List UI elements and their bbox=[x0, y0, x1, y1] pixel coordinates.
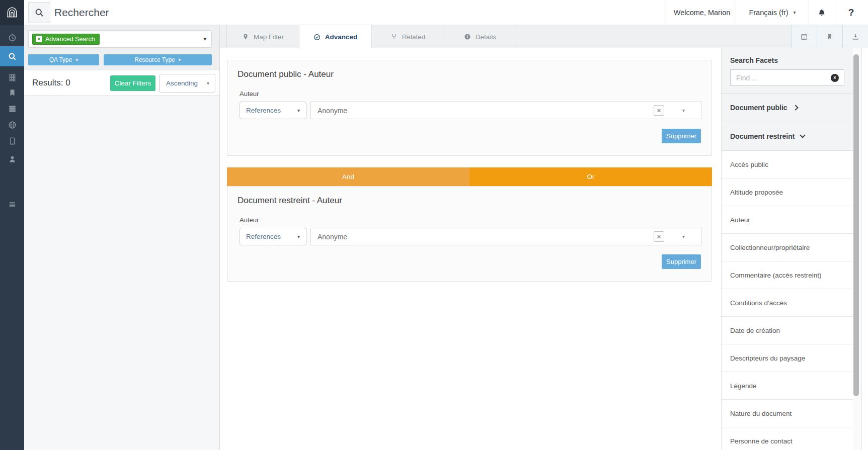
calendar-button[interactable] bbox=[791, 25, 817, 48]
globe-icon[interactable] bbox=[0, 118, 24, 132]
type-filter-row: QA Type ▾ Resource Type ▾ bbox=[28, 54, 212, 65]
stack-icon[interactable] bbox=[0, 102, 24, 116]
bookmark-button[interactable] bbox=[817, 25, 842, 48]
facet-group-document-restreint[interactable]: Document restreint bbox=[722, 122, 853, 151]
resource-type-button[interactable]: Resource Type ▾ bbox=[104, 54, 212, 65]
language-selector[interactable]: Français (fr) ▾ bbox=[736, 0, 809, 25]
download-icon bbox=[851, 33, 859, 41]
search-facets-panel: Search Facets × Document public Document… bbox=[721, 48, 853, 450]
global-search-input[interactable] bbox=[54, 7, 668, 19]
facet-item[interactable]: Légende bbox=[722, 372, 853, 400]
facets-scrollbar-track bbox=[853, 48, 861, 450]
clear-value-icon[interactable]: × bbox=[654, 105, 664, 116]
check-circle-icon bbox=[313, 34, 321, 41]
help-button[interactable]: ? bbox=[834, 0, 868, 25]
and-toggle[interactable]: And bbox=[227, 167, 469, 186]
tab-map-filter[interactable]: Map Filter bbox=[226, 25, 299, 48]
facet-item[interactable]: Date de création bbox=[722, 317, 853, 344]
or-toggle[interactable]: Or bbox=[469, 167, 712, 186]
sort-order-select[interactable]: Ascending ▾ bbox=[159, 74, 215, 93]
chevron-down-icon: ▾ bbox=[179, 58, 181, 62]
question-mark-icon: ? bbox=[848, 7, 854, 18]
facet-item[interactable]: Altitude proposée bbox=[722, 178, 853, 206]
clear-filters-button[interactable]: Clear Filters bbox=[110, 75, 155, 91]
facet-item[interactable]: Auteur bbox=[722, 206, 853, 234]
chevron-down-icon: ▾ bbox=[794, 10, 796, 15]
facets-scrollbar-thumb[interactable] bbox=[853, 54, 859, 396]
clear-circle-icon[interactable]: × bbox=[831, 74, 839, 82]
qa-type-button[interactable]: QA Type ▾ bbox=[28, 54, 99, 65]
operator-select[interactable]: References ▾ bbox=[240, 228, 306, 245]
remove-filter-icon[interactable]: × bbox=[36, 36, 42, 42]
active-filters-select[interactable]: × Advanced Search ▾ bbox=[28, 30, 212, 48]
section-title: Document restreint - Auteur bbox=[238, 196, 701, 206]
delete-filter-button[interactable]: Supprimer bbox=[662, 129, 701, 143]
clear-value-icon[interactable]: × bbox=[654, 231, 664, 242]
right-gutter bbox=[861, 48, 868, 450]
menu-icon[interactable] bbox=[0, 197, 24, 211]
sort-order-label: Ascending bbox=[166, 79, 198, 87]
notifications-button[interactable] bbox=[809, 0, 834, 25]
chevron-down-icon: ▾ bbox=[203, 36, 206, 42]
operator-select[interactable]: References ▾ bbox=[240, 102, 306, 119]
chevron-right-icon bbox=[793, 105, 798, 110]
facet-item[interactable]: Nature du document bbox=[722, 400, 853, 427]
map-pin-icon bbox=[242, 33, 249, 40]
tabs: Map Filter Advanced Related Details bbox=[226, 25, 516, 48]
app-sidebar bbox=[0, 0, 24, 450]
bell-icon bbox=[817, 8, 826, 17]
search-submit-button[interactable] bbox=[28, 2, 50, 23]
language-label: Français (fr) bbox=[749, 9, 788, 17]
facet-group-document-public[interactable]: Document public bbox=[722, 94, 853, 122]
value-label: Anonyme bbox=[318, 107, 654, 115]
facet-group-label: Document restreint bbox=[730, 132, 795, 140]
facet-item[interactable]: Commentaire (accès restreint) bbox=[722, 261, 853, 289]
field-row: References ▾ Anonyme × ▾ bbox=[240, 102, 701, 119]
chevron-down-icon: ▾ bbox=[297, 234, 300, 239]
chevron-down-icon: ▾ bbox=[682, 108, 685, 113]
tab-label: Map Filter bbox=[254, 33, 284, 41]
bookmark-icon[interactable] bbox=[0, 85, 24, 100]
tab-label: Related bbox=[402, 33, 426, 41]
welcome-user[interactable]: Welcome, Marion bbox=[668, 0, 736, 25]
facet-item[interactable]: Descripteurs du paysage bbox=[722, 344, 853, 372]
tablet-icon[interactable] bbox=[0, 134, 24, 148]
field-label: Auteur bbox=[240, 90, 701, 98]
facet-group-label: Document public bbox=[730, 104, 787, 112]
facet-find-input[interactable] bbox=[736, 74, 831, 82]
field-label: Auteur bbox=[240, 216, 701, 224]
facet-item[interactable]: Personne de contact bbox=[722, 427, 853, 450]
operator-label: References bbox=[246, 107, 281, 114]
recent-icon[interactable] bbox=[0, 30, 24, 44]
tab-details[interactable]: Details bbox=[444, 25, 516, 48]
search-icon[interactable] bbox=[0, 46, 24, 66]
facet-item[interactable]: Accès public bbox=[722, 151, 853, 178]
tab-label: Advanced bbox=[325, 33, 358, 41]
tab-advanced[interactable]: Advanced bbox=[299, 25, 371, 49]
chevron-down-icon bbox=[800, 132, 806, 138]
facet-item[interactable]: Collectionneur/propriétaire bbox=[722, 234, 853, 261]
field-row: References ▾ Anonyme × ▾ bbox=[240, 228, 701, 245]
qa-type-label: QA Type bbox=[49, 56, 72, 63]
advanced-search-content: Document public - Auteur Auteur Referenc… bbox=[220, 48, 721, 450]
user-icon[interactable] bbox=[0, 152, 24, 166]
chevron-down-icon: ▾ bbox=[207, 81, 209, 86]
query-section-2: Document restreint - Auteur Auteur Refer… bbox=[227, 186, 712, 282]
value-label: Anonyme bbox=[318, 233, 654, 241]
library-icon[interactable] bbox=[0, 70, 24, 84]
value-select[interactable]: Anonyme × ▾ bbox=[310, 228, 701, 245]
branch-icon bbox=[390, 33, 398, 40]
calendar-icon bbox=[800, 33, 808, 41]
resource-type-label: Resource Type bbox=[134, 56, 175, 63]
facet-item[interactable]: Conditions d'accès bbox=[722, 289, 853, 317]
info-circle-icon bbox=[464, 33, 471, 40]
download-button[interactable] bbox=[842, 25, 868, 48]
advanced-search-chip: × Advanced Search bbox=[32, 34, 100, 45]
value-select[interactable]: Anonyme × ▾ bbox=[310, 102, 701, 119]
delete-filter-button[interactable]: Supprimer bbox=[662, 254, 701, 269]
chevron-down-icon: ▾ bbox=[682, 234, 685, 239]
tab-related[interactable]: Related bbox=[371, 25, 444, 48]
query-section-1: Document public - Auteur Auteur Referenc… bbox=[227, 60, 712, 156]
topbar: Welcome, Marion Français (fr) ▾ ? bbox=[24, 0, 868, 25]
arches-logo[interactable] bbox=[0, 0, 24, 25]
